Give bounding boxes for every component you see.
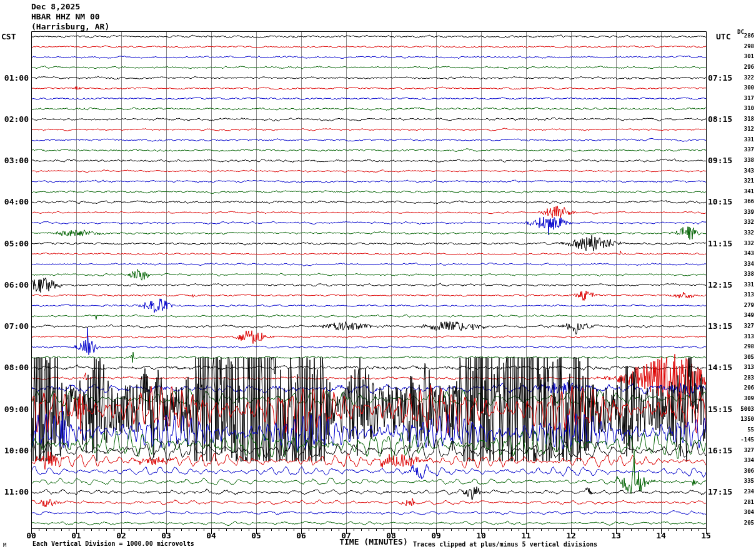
dc-value: 5003 <box>719 406 754 412</box>
dc-value: 327 <box>719 323 754 329</box>
dc-value: 312 <box>719 126 754 132</box>
dc-value: 321 <box>719 178 754 184</box>
dc-value: 334 <box>719 458 754 463</box>
cst-hour-label: 03:00 <box>0 156 29 164</box>
x-axis-title: TIME (MINUTES) <box>324 538 424 546</box>
dc-value: 343 <box>719 251 754 256</box>
dc-value: 338 <box>719 271 754 277</box>
x-tick-label: 02 <box>112 531 131 540</box>
dc-value: 338 <box>719 158 754 163</box>
dc-value: 313 <box>719 292 754 298</box>
x-tick-label: 15 <box>697 531 715 540</box>
dc-value: 343 <box>719 168 754 174</box>
dc-value: 332 <box>719 241 754 246</box>
dc-value: 286 <box>719 33 754 39</box>
dc-value: 331 <box>719 137 754 143</box>
dc-value: 55 <box>719 427 754 433</box>
dc-value: 337 <box>719 147 754 153</box>
x-tick-label: 01 <box>67 531 86 540</box>
cst-hour-label: 05:00 <box>0 239 29 248</box>
title-location: (Harrisburg, AR) <box>31 23 109 31</box>
dc-value: 313 <box>719 365 754 370</box>
dc-value: 306 <box>719 468 754 474</box>
x-tick-label: 13 <box>607 531 625 540</box>
dc-value: 281 <box>719 500 754 505</box>
cst-hour-label: 02:00 <box>0 115 29 123</box>
dc-value: 300 <box>719 85 754 91</box>
x-tick-label: 09 <box>427 531 445 540</box>
dc-value: 279 <box>719 303 754 308</box>
x-tick-label: 03 <box>157 531 176 540</box>
dc-value: 305 <box>719 355 754 360</box>
x-tick-label: 12 <box>562 531 580 540</box>
cst-hour-label: 04:00 <box>0 198 29 206</box>
cst-hour-label: 01:00 <box>0 74 29 82</box>
cst-hour-label: 10:00 <box>0 446 29 455</box>
seismogram-canvas <box>0 0 756 554</box>
dc-value: 349 <box>719 313 754 318</box>
dc-value: 205 <box>719 520 754 526</box>
dc-value: 322 <box>719 75 754 81</box>
vertical-division-note: Each Vertical Division = 1000.00 microvo… <box>32 541 194 547</box>
dc-value: 341 <box>719 189 754 194</box>
x-tick-label: 06 <box>292 531 311 540</box>
cst-hour-label: 06:00 <box>0 281 29 289</box>
x-tick-label: 00 <box>22 531 41 540</box>
helicorder-page: Dec 8,2025 HBAR HHZ NM 00 (Harrisburg, A… <box>0 0 756 554</box>
watermark-logo: M <box>3 543 6 548</box>
dc-value: 1350 <box>719 416 754 422</box>
dc-value: -145 <box>719 437 754 443</box>
dc-value: 318 <box>719 116 754 122</box>
cst-hour-label: 07:00 <box>0 322 29 330</box>
dc-value: 296 <box>719 64 754 70</box>
title-date: Dec 8,2025 <box>31 3 80 11</box>
title-station: HBAR HHZ NM 00 <box>31 13 100 21</box>
dc-value: 283 <box>719 375 754 381</box>
dc-value: 298 <box>719 344 754 350</box>
dc-value: 234 <box>719 489 754 495</box>
clipping-note: Traces clipped at plus/minus 5 vertical … <box>413 541 597 548</box>
dc-value: 206 <box>719 385 754 391</box>
dc-value: 366 <box>719 199 754 204</box>
dc-value: 332 <box>719 230 754 236</box>
dc-value: 301 <box>719 54 754 59</box>
left-axis-header-cst: CST <box>1 33 16 41</box>
x-tick-label: 11 <box>517 531 535 540</box>
dc-value: 332 <box>719 219 754 225</box>
dc-value: 304 <box>719 510 754 515</box>
dc-value: 317 <box>719 96 754 101</box>
x-tick-label: 04 <box>202 531 221 540</box>
x-tick-label: 10 <box>472 531 490 540</box>
dc-value: 309 <box>719 396 754 401</box>
dc-value: 331 <box>719 282 754 288</box>
dc-value: 327 <box>719 448 754 453</box>
cst-hour-label: 11:00 <box>0 488 29 496</box>
dc-value: 334 <box>719 261 754 267</box>
dc-value: 310 <box>719 106 754 111</box>
cst-hour-label: 08:00 <box>0 363 29 371</box>
cst-hour-label: 09:00 <box>0 405 29 413</box>
dc-value: 313 <box>719 334 754 340</box>
x-tick-label: 05 <box>247 531 266 540</box>
dc-value: 298 <box>719 44 754 49</box>
x-tick-label: 14 <box>652 531 670 540</box>
dc-value: 339 <box>719 209 754 215</box>
dc-value: 335 <box>719 478 754 484</box>
